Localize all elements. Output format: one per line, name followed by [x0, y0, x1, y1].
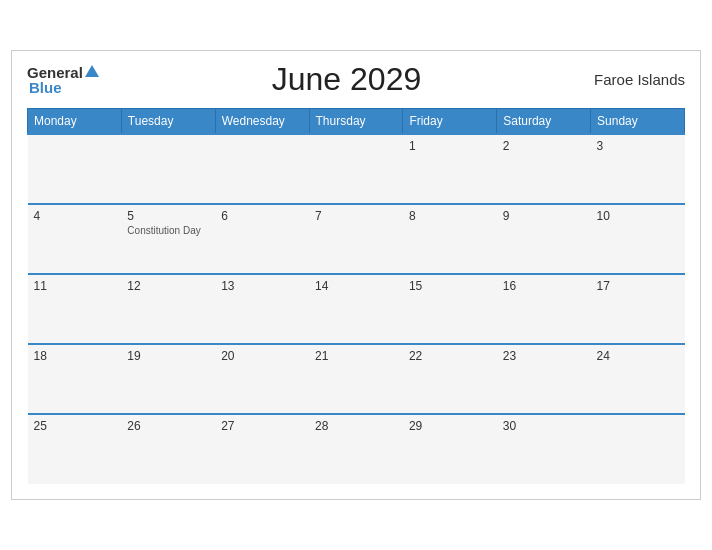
logo-blue-text: Blue	[27, 80, 99, 95]
col-header-thursday: Thursday	[309, 109, 403, 135]
day-number: 20	[221, 349, 303, 363]
event-label: Constitution Day	[127, 225, 209, 236]
day-cell: 24	[591, 344, 685, 414]
day-cell: 27	[215, 414, 309, 484]
day-cell: 12	[121, 274, 215, 344]
day-number: 21	[315, 349, 397, 363]
day-cell: 15	[403, 274, 497, 344]
day-cell: 19	[121, 344, 215, 414]
week-row-3: 18192021222324	[28, 344, 685, 414]
day-number: 24	[597, 349, 679, 363]
calendar-header: General Blue June 2029 Faroe Islands	[27, 61, 685, 98]
day-cell: 9	[497, 204, 591, 274]
calendar-grid: MondayTuesdayWednesdayThursdayFridaySatu…	[27, 108, 685, 484]
day-number: 14	[315, 279, 397, 293]
day-cell: 26	[121, 414, 215, 484]
logo-triangle-icon	[85, 65, 99, 77]
day-cell: 7	[309, 204, 403, 274]
day-cell	[121, 134, 215, 204]
day-number: 22	[409, 349, 491, 363]
day-number: 7	[315, 209, 397, 223]
day-cell: 3	[591, 134, 685, 204]
week-row-2: 11121314151617	[28, 274, 685, 344]
day-number: 16	[503, 279, 585, 293]
day-cell: 2	[497, 134, 591, 204]
day-number: 9	[503, 209, 585, 223]
day-cell: 23	[497, 344, 591, 414]
calendar-region: Faroe Islands	[594, 71, 685, 88]
day-cell: 21	[309, 344, 403, 414]
day-number: 25	[34, 419, 116, 433]
day-number: 4	[34, 209, 116, 223]
day-cell: 11	[28, 274, 122, 344]
calendar-tbody: 12345Constitution Day6789101112131415161…	[28, 134, 685, 484]
day-number: 29	[409, 419, 491, 433]
day-number: 11	[34, 279, 116, 293]
day-number: 13	[221, 279, 303, 293]
day-cell: 16	[497, 274, 591, 344]
day-number: 17	[597, 279, 679, 293]
day-cell	[28, 134, 122, 204]
col-header-saturday: Saturday	[497, 109, 591, 135]
day-number: 27	[221, 419, 303, 433]
day-cell: 25	[28, 414, 122, 484]
day-cell: 22	[403, 344, 497, 414]
day-number: 1	[409, 139, 491, 153]
week-row-4: 252627282930	[28, 414, 685, 484]
day-number: 10	[597, 209, 679, 223]
day-cell	[309, 134, 403, 204]
col-header-tuesday: Tuesday	[121, 109, 215, 135]
day-number: 3	[597, 139, 679, 153]
logo-general-text: General	[27, 65, 83, 80]
day-number: 28	[315, 419, 397, 433]
day-cell: 20	[215, 344, 309, 414]
day-cell: 30	[497, 414, 591, 484]
calendar-container: General Blue June 2029 Faroe Islands Mon…	[11, 50, 701, 500]
day-number: 18	[34, 349, 116, 363]
day-number: 12	[127, 279, 209, 293]
day-number: 15	[409, 279, 491, 293]
day-cell: 14	[309, 274, 403, 344]
day-cell: 17	[591, 274, 685, 344]
day-number: 30	[503, 419, 585, 433]
day-cell: 5Constitution Day	[121, 204, 215, 274]
day-number: 8	[409, 209, 491, 223]
day-cell	[591, 414, 685, 484]
day-number: 2	[503, 139, 585, 153]
day-cell: 13	[215, 274, 309, 344]
day-cell: 8	[403, 204, 497, 274]
day-cell: 10	[591, 204, 685, 274]
day-number: 5	[127, 209, 209, 223]
col-header-sunday: Sunday	[591, 109, 685, 135]
calendar-thead: MondayTuesdayWednesdayThursdayFridaySatu…	[28, 109, 685, 135]
col-header-friday: Friday	[403, 109, 497, 135]
day-number: 26	[127, 419, 209, 433]
col-header-wednesday: Wednesday	[215, 109, 309, 135]
calendar-title: June 2029	[272, 61, 421, 98]
week-row-0: 123	[28, 134, 685, 204]
logo-general: General	[27, 65, 99, 80]
day-number: 6	[221, 209, 303, 223]
day-cell: 4	[28, 204, 122, 274]
logo: General Blue	[27, 65, 99, 95]
week-row-1: 45Constitution Day678910	[28, 204, 685, 274]
day-number: 23	[503, 349, 585, 363]
day-number: 19	[127, 349, 209, 363]
day-cell: 18	[28, 344, 122, 414]
day-cell: 29	[403, 414, 497, 484]
calendar-header-row: MondayTuesdayWednesdayThursdayFridaySatu…	[28, 109, 685, 135]
day-cell: 1	[403, 134, 497, 204]
day-cell: 28	[309, 414, 403, 484]
day-cell: 6	[215, 204, 309, 274]
col-header-monday: Monday	[28, 109, 122, 135]
day-cell	[215, 134, 309, 204]
